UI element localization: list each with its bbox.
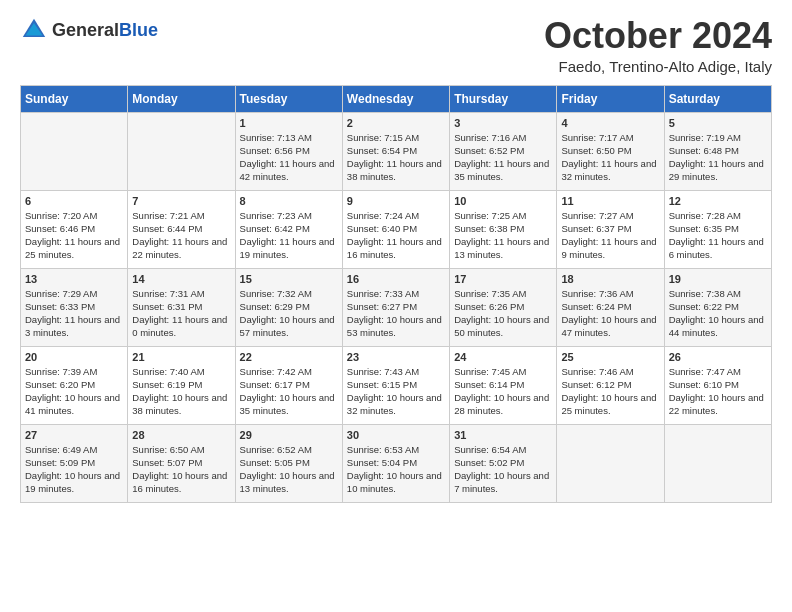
calendar-cell: 8Sunrise: 7:23 AM Sunset: 6:42 PM Daylig… (235, 190, 342, 268)
calendar-week-2: 6Sunrise: 7:20 AM Sunset: 6:46 PM Daylig… (21, 190, 772, 268)
day-content: Sunrise: 6:54 AM Sunset: 5:02 PM Dayligh… (454, 443, 552, 496)
calendar-cell: 6Sunrise: 7:20 AM Sunset: 6:46 PM Daylig… (21, 190, 128, 268)
calendar-cell: 17Sunrise: 7:35 AM Sunset: 6:26 PM Dayli… (450, 268, 557, 346)
calendar-cell: 19Sunrise: 7:38 AM Sunset: 6:22 PM Dayli… (664, 268, 771, 346)
day-number: 20 (25, 351, 123, 363)
day-content: Sunrise: 7:32 AM Sunset: 6:29 PM Dayligh… (240, 287, 338, 340)
calendar-header: SundayMondayTuesdayWednesdayThursdayFrid… (21, 85, 772, 112)
day-content: Sunrise: 7:15 AM Sunset: 6:54 PM Dayligh… (347, 131, 445, 184)
day-number: 15 (240, 273, 338, 285)
calendar-cell (664, 424, 771, 502)
day-content: Sunrise: 7:43 AM Sunset: 6:15 PM Dayligh… (347, 365, 445, 418)
day-content: Sunrise: 7:16 AM Sunset: 6:52 PM Dayligh… (454, 131, 552, 184)
calendar-cell (128, 112, 235, 190)
logo-text-general: General (52, 20, 119, 40)
day-content: Sunrise: 7:47 AM Sunset: 6:10 PM Dayligh… (669, 365, 767, 418)
calendar-cell: 31Sunrise: 6:54 AM Sunset: 5:02 PM Dayli… (450, 424, 557, 502)
day-header-wednesday: Wednesday (342, 85, 449, 112)
day-number: 24 (454, 351, 552, 363)
day-number: 13 (25, 273, 123, 285)
page-header: GeneralBlue October 2024 Faedo, Trentino… (20, 16, 772, 75)
day-number: 31 (454, 429, 552, 441)
calendar-body: 1Sunrise: 7:13 AM Sunset: 6:56 PM Daylig… (21, 112, 772, 502)
day-number: 10 (454, 195, 552, 207)
calendar-cell: 30Sunrise: 6:53 AM Sunset: 5:04 PM Dayli… (342, 424, 449, 502)
day-content: Sunrise: 7:24 AM Sunset: 6:40 PM Dayligh… (347, 209, 445, 262)
day-content: Sunrise: 6:53 AM Sunset: 5:04 PM Dayligh… (347, 443, 445, 496)
calendar-cell: 7Sunrise: 7:21 AM Sunset: 6:44 PM Daylig… (128, 190, 235, 268)
day-number: 5 (669, 117, 767, 129)
day-content: Sunrise: 7:40 AM Sunset: 6:19 PM Dayligh… (132, 365, 230, 418)
day-content: Sunrise: 7:25 AM Sunset: 6:38 PM Dayligh… (454, 209, 552, 262)
day-content: Sunrise: 7:27 AM Sunset: 6:37 PM Dayligh… (561, 209, 659, 262)
location-title: Faedo, Trentino-Alto Adige, Italy (544, 58, 772, 75)
day-number: 30 (347, 429, 445, 441)
calendar-cell: 3Sunrise: 7:16 AM Sunset: 6:52 PM Daylig… (450, 112, 557, 190)
logo-icon (20, 16, 48, 44)
calendar-week-3: 13Sunrise: 7:29 AM Sunset: 6:33 PM Dayli… (21, 268, 772, 346)
day-number: 28 (132, 429, 230, 441)
day-content: Sunrise: 7:13 AM Sunset: 6:56 PM Dayligh… (240, 131, 338, 184)
day-number: 29 (240, 429, 338, 441)
title-block: October 2024 Faedo, Trentino-Alto Adige,… (544, 16, 772, 75)
calendar-cell: 26Sunrise: 7:47 AM Sunset: 6:10 PM Dayli… (664, 346, 771, 424)
day-content: Sunrise: 7:28 AM Sunset: 6:35 PM Dayligh… (669, 209, 767, 262)
calendar-cell: 2Sunrise: 7:15 AM Sunset: 6:54 PM Daylig… (342, 112, 449, 190)
day-content: Sunrise: 7:36 AM Sunset: 6:24 PM Dayligh… (561, 287, 659, 340)
day-header-tuesday: Tuesday (235, 85, 342, 112)
calendar-cell: 28Sunrise: 6:50 AM Sunset: 5:07 PM Dayli… (128, 424, 235, 502)
day-content: Sunrise: 7:23 AM Sunset: 6:42 PM Dayligh… (240, 209, 338, 262)
calendar-cell (21, 112, 128, 190)
day-content: Sunrise: 7:31 AM Sunset: 6:31 PM Dayligh… (132, 287, 230, 340)
logo: GeneralBlue (20, 16, 158, 44)
day-content: Sunrise: 7:19 AM Sunset: 6:48 PM Dayligh… (669, 131, 767, 184)
calendar-cell: 23Sunrise: 7:43 AM Sunset: 6:15 PM Dayli… (342, 346, 449, 424)
calendar-cell: 11Sunrise: 7:27 AM Sunset: 6:37 PM Dayli… (557, 190, 664, 268)
calendar-cell: 27Sunrise: 6:49 AM Sunset: 5:09 PM Dayli… (21, 424, 128, 502)
day-number: 3 (454, 117, 552, 129)
day-content: Sunrise: 7:38 AM Sunset: 6:22 PM Dayligh… (669, 287, 767, 340)
calendar-cell: 18Sunrise: 7:36 AM Sunset: 6:24 PM Dayli… (557, 268, 664, 346)
day-content: Sunrise: 7:42 AM Sunset: 6:17 PM Dayligh… (240, 365, 338, 418)
day-number: 7 (132, 195, 230, 207)
calendar-cell: 25Sunrise: 7:46 AM Sunset: 6:12 PM Dayli… (557, 346, 664, 424)
day-number: 27 (25, 429, 123, 441)
day-number: 11 (561, 195, 659, 207)
calendar-cell: 1Sunrise: 7:13 AM Sunset: 6:56 PM Daylig… (235, 112, 342, 190)
calendar-cell: 16Sunrise: 7:33 AM Sunset: 6:27 PM Dayli… (342, 268, 449, 346)
day-content: Sunrise: 7:46 AM Sunset: 6:12 PM Dayligh… (561, 365, 659, 418)
calendar-cell: 4Sunrise: 7:17 AM Sunset: 6:50 PM Daylig… (557, 112, 664, 190)
day-content: Sunrise: 7:35 AM Sunset: 6:26 PM Dayligh… (454, 287, 552, 340)
calendar-week-5: 27Sunrise: 6:49 AM Sunset: 5:09 PM Dayli… (21, 424, 772, 502)
day-number: 6 (25, 195, 123, 207)
calendar-cell: 12Sunrise: 7:28 AM Sunset: 6:35 PM Dayli… (664, 190, 771, 268)
calendar-cell: 21Sunrise: 7:40 AM Sunset: 6:19 PM Dayli… (128, 346, 235, 424)
day-number: 16 (347, 273, 445, 285)
day-header-thursday: Thursday (450, 85, 557, 112)
calendar-cell: 24Sunrise: 7:45 AM Sunset: 6:14 PM Dayli… (450, 346, 557, 424)
calendar-cell (557, 424, 664, 502)
day-number: 1 (240, 117, 338, 129)
day-content: Sunrise: 6:49 AM Sunset: 5:09 PM Dayligh… (25, 443, 123, 496)
calendar-cell: 20Sunrise: 7:39 AM Sunset: 6:20 PM Dayli… (21, 346, 128, 424)
day-number: 21 (132, 351, 230, 363)
day-content: Sunrise: 7:21 AM Sunset: 6:44 PM Dayligh… (132, 209, 230, 262)
day-content: Sunrise: 7:29 AM Sunset: 6:33 PM Dayligh… (25, 287, 123, 340)
calendar-week-4: 20Sunrise: 7:39 AM Sunset: 6:20 PM Dayli… (21, 346, 772, 424)
day-content: Sunrise: 7:33 AM Sunset: 6:27 PM Dayligh… (347, 287, 445, 340)
day-number: 26 (669, 351, 767, 363)
day-content: Sunrise: 7:39 AM Sunset: 6:20 PM Dayligh… (25, 365, 123, 418)
calendar-cell: 22Sunrise: 7:42 AM Sunset: 6:17 PM Dayli… (235, 346, 342, 424)
day-header-friday: Friday (557, 85, 664, 112)
day-content: Sunrise: 7:17 AM Sunset: 6:50 PM Dayligh… (561, 131, 659, 184)
calendar-cell: 10Sunrise: 7:25 AM Sunset: 6:38 PM Dayli… (450, 190, 557, 268)
day-number: 2 (347, 117, 445, 129)
day-content: Sunrise: 7:45 AM Sunset: 6:14 PM Dayligh… (454, 365, 552, 418)
day-content: Sunrise: 6:52 AM Sunset: 5:05 PM Dayligh… (240, 443, 338, 496)
calendar-table: SundayMondayTuesdayWednesdayThursdayFrid… (20, 85, 772, 503)
day-number: 18 (561, 273, 659, 285)
day-number: 19 (669, 273, 767, 285)
calendar-cell: 15Sunrise: 7:32 AM Sunset: 6:29 PM Dayli… (235, 268, 342, 346)
day-number: 8 (240, 195, 338, 207)
calendar-cell: 29Sunrise: 6:52 AM Sunset: 5:05 PM Dayli… (235, 424, 342, 502)
